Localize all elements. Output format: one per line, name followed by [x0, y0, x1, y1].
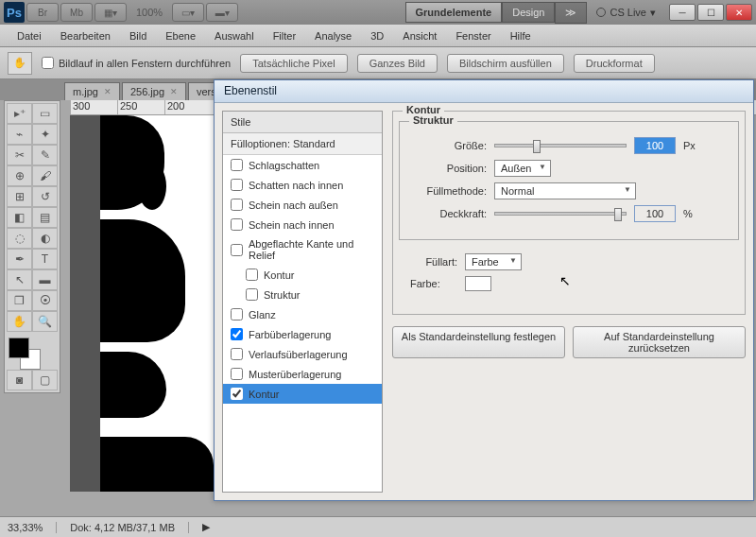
menu-hilfe[interactable]: Hilfe	[501, 26, 541, 45]
status-arrow-icon[interactable]: ▶	[202, 521, 210, 533]
opacity-input[interactable]: 100	[634, 205, 676, 222]
screenmode-button[interactable]: ▢	[32, 370, 58, 390]
stamp-tool[interactable]: ⊞	[7, 186, 32, 207]
style-item-1[interactable]: Schatten nach innen	[223, 175, 382, 195]
filltype-label: Füllart:	[410, 256, 457, 268]
workspace-more[interactable]: ≫	[555, 2, 587, 24]
filltype-dropdown[interactable]: Farbe	[465, 253, 522, 270]
marquee-tool[interactable]: ▭	[32, 103, 58, 124]
actual-pixels-button[interactable]: Tatsächliche Pixel	[240, 54, 347, 73]
blur-tool[interactable]: ◌	[7, 228, 32, 249]
color-swatches[interactable]	[7, 336, 58, 370]
doc-tab-0[interactable]: m.jpg✕	[64, 82, 120, 100]
group-struktur: Struktur	[409, 114, 457, 126]
menu-ebene[interactable]: Ebene	[156, 26, 205, 45]
opacity-label: Deckkraft:	[411, 208, 487, 219]
scroll-all-checkbox[interactable]: Bildlauf in allen Fenstern durchführen	[42, 57, 231, 69]
menu-analyse[interactable]: Analyse	[305, 26, 361, 45]
menu-bild[interactable]: Bild	[120, 26, 156, 45]
status-bar: 33,33% Dok: 4,12 MB/37,1 MB ▶	[0, 516, 756, 537]
path-tool[interactable]: ↖	[7, 269, 32, 290]
dodge-tool[interactable]: ◐	[32, 228, 58, 249]
shape-tool[interactable]: ▬	[32, 269, 58, 290]
close-button[interactable]: ✕	[726, 4, 752, 21]
lasso-tool[interactable]: ⌁	[7, 124, 32, 145]
workspace-tab-grundelemente[interactable]: Grundelemente	[405, 2, 503, 23]
size-input[interactable]: 100	[634, 137, 676, 154]
position-label: Position:	[411, 163, 487, 174]
reset-default-button[interactable]: Auf Standardeinstellung zurücksetzen	[573, 326, 746, 358]
ps-logo: Ps	[4, 2, 25, 23]
close-icon[interactable]: ✕	[170, 87, 178, 96]
workspace-tab-design[interactable]: Design	[502, 2, 555, 23]
menu-bearbeiten[interactable]: Bearbeiten	[51, 26, 120, 45]
menu-auswahl[interactable]: Auswahl	[205, 26, 264, 45]
style-item-5[interactable]: Kontur	[223, 265, 382, 285]
wand-tool[interactable]: ✦	[32, 124, 58, 145]
close-icon[interactable]: ✕	[104, 87, 112, 96]
minibridge-button[interactable]: Mb	[60, 3, 93, 22]
view-extras-button[interactable]: ▦▾	[94, 3, 127, 22]
arrange-button[interactable]: ▭▾	[172, 3, 204, 22]
blend-label: Füllmethode:	[411, 185, 487, 197]
style-item-2[interactable]: Schein nach außen	[223, 195, 382, 215]
minimize-button[interactable]: ─	[669, 4, 696, 21]
3d-tool[interactable]: ❐	[7, 290, 32, 311]
menu-filter[interactable]: Filter	[264, 26, 305, 45]
blend-dropdown[interactable]: Normal	[494, 182, 636, 199]
style-item-8[interactable]: Farbüberlagerung	[223, 324, 382, 344]
options-bar: ✋ Bildlauf in allen Fenstern durchführen…	[0, 47, 756, 79]
style-item-0[interactable]: Schlagschatten	[223, 155, 382, 175]
bridge-button[interactable]: Br	[26, 3, 59, 22]
crop-tool[interactable]: ✂	[7, 145, 32, 165]
style-item-6[interactable]: Struktur	[223, 285, 382, 304]
quickmask-button[interactable]: ◙	[7, 370, 32, 390]
fit-screen-button[interactable]: Ganzes Bild	[357, 54, 438, 73]
fg-color-swatch[interactable]	[9, 338, 29, 358]
menu-3d[interactable]: 3D	[361, 26, 393, 45]
status-doc[interactable]: Dok: 4,12 MB/37,1 MB	[70, 522, 189, 533]
doc-tab-1[interactable]: 256.jpg✕	[122, 82, 186, 100]
size-unit: Px	[683, 140, 696, 151]
zoom-level[interactable]: 100%	[129, 7, 170, 18]
eyedropper-tool[interactable]: ✎	[32, 145, 58, 165]
position-dropdown[interactable]: Außen	[494, 160, 551, 177]
brush-tool[interactable]: 🖌	[32, 165, 58, 186]
make-default-button[interactable]: Als Standardeinstellung festlegen	[392, 326, 565, 358]
layer-style-dialog: Ebenenstil Stile Fülloptionen: Standard …	[214, 79, 754, 501]
style-item-7[interactable]: Glanz	[223, 304, 382, 324]
move-tool[interactable]: ▸⁺	[7, 103, 32, 124]
menu-datei[interactable]: Datei	[8, 26, 51, 45]
cslive-icon	[596, 8, 606, 17]
history-brush-tool[interactable]: ↺	[32, 186, 58, 207]
print-size-button[interactable]: Druckformat	[574, 54, 655, 73]
opacity-slider[interactable]	[494, 212, 627, 216]
style-item-3[interactable]: Schein nach innen	[223, 215, 382, 234]
zoom-tool[interactable]: 🔍	[32, 311, 58, 332]
cslive-button[interactable]: CS Live ▾	[589, 7, 663, 19]
screen-mode-button[interactable]: ▬▾	[206, 3, 238, 22]
status-zoom[interactable]: 33,33%	[8, 522, 57, 533]
pen-tool[interactable]: ✒	[7, 249, 32, 269]
style-item-11[interactable]: Kontur	[223, 384, 382, 404]
menu-fenster[interactable]: Fenster	[446, 26, 500, 45]
hand-tool-icon[interactable]: ✋	[8, 52, 32, 75]
fill-screen-button[interactable]: Bildschirm ausfüllen	[447, 54, 564, 73]
type-tool[interactable]: T	[32, 249, 58, 269]
hand-tool[interactable]: ✋	[7, 311, 32, 332]
size-slider[interactable]	[494, 144, 627, 147]
blend-options-item[interactable]: Fülloptionen: Standard	[223, 133, 382, 155]
style-item-9[interactable]: Verlaufsüberlagerung	[223, 344, 382, 364]
maximize-button[interactable]: ☐	[697, 4, 724, 21]
3d-camera-tool[interactable]: ⦿	[32, 290, 58, 311]
eraser-tool[interactable]: ◧	[7, 207, 32, 228]
size-label: Größe:	[411, 140, 487, 151]
menu-ansicht[interactable]: Ansicht	[393, 26, 446, 45]
heal-tool[interactable]: ⊕	[7, 165, 32, 186]
gradient-tool[interactable]: ▤	[32, 207, 58, 228]
style-item-4[interactable]: Abgeflachte Kante und Relief	[223, 234, 382, 265]
canvas[interactable]	[100, 115, 214, 492]
style-list-header[interactable]: Stile	[223, 112, 382, 133]
color-swatch[interactable]	[465, 276, 491, 291]
style-item-10[interactable]: Musterüberlagerung	[223, 364, 382, 384]
